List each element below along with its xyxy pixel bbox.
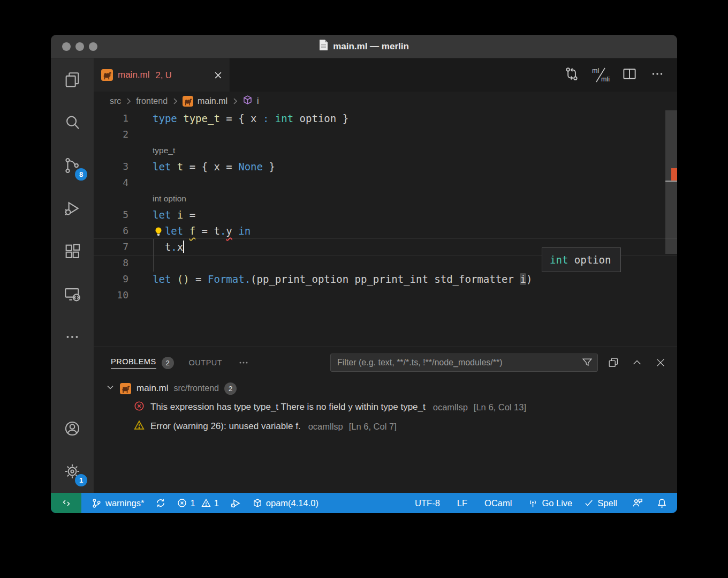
problem-row-warning[interactable]: Error (warning 26): unused variable f.oc… — [94, 417, 677, 436]
code-row: 9let () = Format.(pp_print_option pp_pri… — [94, 271, 677, 287]
source-control-icon[interactable]: 8 — [51, 144, 94, 187]
code-token: } — [263, 161, 275, 172]
line-number: 10 — [94, 287, 128, 303]
code-token: let — [153, 161, 171, 172]
editor-more-actions-icon[interactable] — [649, 66, 665, 84]
maximize-panel-icon[interactable] — [631, 357, 643, 369]
account-icon[interactable] — [51, 407, 94, 450]
code-line[interactable] — [128, 255, 153, 271]
codelens-label[interactable]: int option — [128, 191, 186, 207]
code-line[interactable] — [128, 287, 153, 303]
codelens-row: int option — [94, 191, 677, 207]
settings-gear-icon[interactable]: 1 — [51, 450, 94, 493]
problems-file-row[interactable]: main.ml src/frontend 2 — [94, 379, 677, 397]
problems-count-badge: 2 — [162, 357, 174, 369]
tab-output[interactable]: OUTPUT — [189, 358, 223, 367]
panel-more-tabs-icon[interactable] — [237, 356, 250, 369]
remote-explorer-icon[interactable] — [51, 273, 94, 316]
extensions-icon[interactable] — [51, 230, 94, 273]
more-views-icon[interactable] — [51, 316, 94, 358]
tab-main-ml[interactable]: main.ml 2, U — [94, 58, 230, 92]
document-icon — [319, 40, 328, 54]
close-panel-icon[interactable] — [655, 357, 666, 369]
code-row: 2 — [94, 126, 677, 142]
spell-checker-status[interactable]: Spell — [578, 493, 623, 513]
collapse-all-icon[interactable] — [608, 357, 619, 369]
language-mode-status[interactable]: OCaml — [479, 493, 518, 513]
code-editor[interactable]: 1type type_t = { x : int option }2type_t… — [94, 110, 677, 347]
explorer-icon[interactable] — [51, 58, 94, 101]
code-line[interactable]: let () = Format.(pp_print_option pp_prin… — [128, 271, 532, 287]
code-line[interactable]: let i = — [128, 207, 195, 223]
swap-implementation-icon[interactable] — [564, 66, 580, 84]
code-token: let — [165, 225, 183, 237]
codelens-label[interactable]: type_t — [128, 142, 175, 159]
problem-location: [Ln 6, Col 7] — [349, 422, 397, 432]
line-number: 5 — [94, 207, 128, 223]
code-token: in — [238, 225, 251, 237]
lightbulb-icon[interactable] — [153, 226, 164, 236]
errors-warnings-status[interactable]: 1 1 — [171, 493, 224, 513]
title-bar[interactable]: main.ml — merlin — [51, 35, 677, 58]
code-line[interactable]: let t = { x = None } — [128, 159, 275, 175]
code-token: : — [263, 112, 269, 124]
code-token: . — [245, 273, 251, 285]
breadcrumb-item-symbol[interactable]: i — [257, 96, 259, 106]
scrollbar-thumb[interactable] — [665, 110, 677, 254]
problem-row-error[interactable]: This expression has type type_t There is… — [94, 397, 677, 417]
editor-scrollbar[interactable] — [665, 110, 677, 347]
problems-file-path: src/frontend — [174, 384, 219, 393]
zoom-window-button[interactable] — [89, 42, 97, 51]
sync-status[interactable] — [150, 493, 171, 513]
code-token — [171, 273, 177, 285]
go-live-status[interactable]: Go Live — [522, 493, 578, 513]
traffic-lights — [62, 35, 97, 58]
ocaml-file-icon — [101, 69, 113, 81]
code-token: let — [153, 209, 171, 221]
breadcrumb-item-file[interactable]: main.ml — [198, 96, 228, 106]
code-token: = — [183, 209, 195, 221]
problems-file-name: main.ml — [136, 383, 169, 394]
close-window-button[interactable] — [62, 42, 71, 51]
ocaml-file-icon — [120, 383, 131, 394]
overview-cursor-marker — [665, 181, 677, 182]
code-line[interactable]: let f = t.y in — [128, 223, 251, 239]
code-line[interactable] — [128, 126, 153, 142]
chevron-right-icon — [232, 97, 238, 105]
encoding-status[interactable]: UTF-8 — [409, 493, 446, 513]
code-token — [171, 209, 177, 221]
problems-filter-box — [330, 354, 598, 372]
code-token: = — [195, 225, 214, 237]
code-line[interactable] — [128, 175, 153, 191]
run-debug-icon[interactable] — [51, 187, 94, 230]
line-number: 8 — [94, 255, 128, 271]
tab-close-icon[interactable] — [214, 71, 222, 79]
feedback-icon[interactable] — [626, 493, 649, 513]
tab-problems[interactable]: PROBLEMS 2 — [111, 357, 174, 369]
warning-count: 1 — [214, 498, 219, 508]
eol-status[interactable]: LF — [451, 493, 473, 513]
breadcrumb-item-frontend[interactable]: frontend — [136, 96, 168, 106]
search-icon[interactable] — [51, 101, 94, 144]
problems-filter-input[interactable] — [336, 357, 581, 368]
code-token: t — [214, 225, 219, 237]
notifications-bell-icon[interactable] — [651, 493, 673, 513]
split-editor-icon[interactable] — [621, 66, 638, 84]
code-line[interactable]: t.x — [128, 239, 184, 255]
code-row: 5let i = — [94, 207, 677, 223]
codelens-row: type_t — [94, 142, 677, 159]
remote-indicator[interactable] — [51, 493, 81, 513]
code-token: = { x — [220, 112, 263, 124]
git-branch-status[interactable]: warnings* — [86, 493, 150, 513]
debug-status[interactable] — [225, 493, 247, 513]
chevron-down-icon[interactable] — [106, 383, 115, 394]
editor-actions: ml mli — [564, 58, 677, 92]
switch-ml-mli-icon[interactable]: ml mli — [592, 67, 610, 83]
code-token: = { x = — [183, 161, 238, 172]
breadcrumb-item-src[interactable]: src — [110, 96, 121, 106]
code-token: Format — [208, 273, 245, 285]
opam-switch-status[interactable]: opam(4.14.0) — [247, 493, 324, 513]
code-line[interactable]: type type_t = { x : int option } — [128, 110, 348, 126]
minimize-window-button[interactable] — [75, 42, 84, 51]
filter-icon[interactable] — [581, 357, 593, 369]
